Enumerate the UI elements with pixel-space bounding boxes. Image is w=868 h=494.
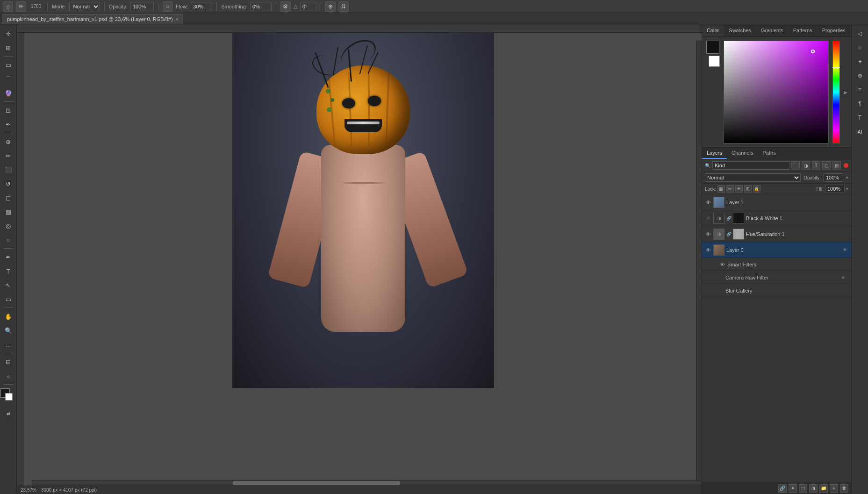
quick-actions-icon[interactable]: ⬦ <box>2 369 15 382</box>
delete-layer-btn[interactable]: 🗑 <box>840 484 848 493</box>
lock-all-btn[interactable]: 🔒 <box>753 185 760 193</box>
pen-pressure-icon[interactable]: ⊕ <box>325 1 336 12</box>
marquee-tool-icon[interactable]: ▭ <box>2 58 15 72</box>
scrollbar-thumb-h[interactable] <box>233 481 400 485</box>
tab-swatches[interactable]: Swatches <box>724 25 756 36</box>
new-adjustment-layer-btn[interactable]: ◑ <box>809 484 818 493</box>
canvas-content[interactable] <box>24 33 702 486</box>
tab-patterns[interactable]: Patterns <box>789 25 818 36</box>
mode-dropdown[interactable]: Normal <box>69 2 100 11</box>
fill-layers-input[interactable] <box>825 185 845 193</box>
tab-paths[interactable]: Paths <box>758 148 781 159</box>
blur-gallery-item[interactable]: Blur Gallery <box>702 284 851 297</box>
lasso-tool-icon[interactable]: ⌒ <box>2 72 15 86</box>
symmetry-icon[interactable]: ⇅ <box>338 1 349 12</box>
smart-filters-vis-icon[interactable]: 👁 <box>719 261 725 268</box>
fg-color-swatch[interactable] <box>706 41 719 54</box>
blend-mode-select[interactable]: Normal <box>705 173 801 182</box>
rmt-expand-icon[interactable]: ◁ <box>854 27 867 40</box>
angle-input[interactable] <box>300 2 316 11</box>
bw1-visibility-icon[interactable]: 👁 <box>705 215 711 222</box>
canvas-scrollbar-horizontal[interactable] <box>32 480 702 486</box>
blur-icon[interactable]: ◎ <box>2 219 15 232</box>
tab-color[interactable]: Color <box>702 25 724 36</box>
add-layer-style-btn[interactable]: ✦ <box>789 484 797 493</box>
eraser-icon[interactable]: ◻ <box>2 191 15 204</box>
opacity-layers-input[interactable] <box>824 173 843 182</box>
opacity-input[interactable] <box>130 2 154 11</box>
tab-close-button[interactable]: × <box>176 17 179 22</box>
rmt-list-icon[interactable]: ≡ <box>854 83 867 96</box>
expand-arrow-icon[interactable]: ▶ <box>844 90 847 95</box>
layer-type-adjustment-icon[interactable]: ◑ <box>802 161 810 170</box>
brush-icon[interactable]: ✏ <box>2 149 15 162</box>
rmt-sparkle-icon[interactable]: ✦ <box>854 55 867 68</box>
flow-input[interactable] <box>191 2 212 11</box>
layer1-visibility-icon[interactable]: 👁 <box>705 199 711 206</box>
tab-layers[interactable]: Layers <box>702 148 727 159</box>
path-select-icon[interactable]: ↖ <box>2 279 15 292</box>
lock-artboard-btn[interactable]: ⊞ <box>744 185 752 193</box>
layer-item-bw1[interactable]: 👁 ◑ 🔗 Black & White 1 <box>702 210 851 226</box>
canvas-scrollbar-vertical[interactable] <box>696 40 702 480</box>
hand-tool-icon[interactable]: ✋ <box>2 310 15 323</box>
zoom-tool-icon[interactable]: 🔍 <box>2 324 15 337</box>
hue-bar[interactable] <box>832 41 840 143</box>
layer-type-shape-icon[interactable]: ⬡ <box>822 161 831 170</box>
eyedropper-icon[interactable]: ✒ <box>2 118 15 131</box>
rmt-plus-icon[interactable]: ⊕ <box>854 69 867 82</box>
layer-item-huesat1[interactable]: 👁 ◑ 🔗 Hue/Saturation 1 <box>702 226 851 242</box>
move-tool-icon[interactable]: ✛ <box>2 27 15 40</box>
document-tab[interactable]: pumpkinhead_by_steffen_hartmann_v1.psd @… <box>2 14 183 24</box>
airbrush-icon[interactable]: ○ <box>163 1 173 12</box>
huesat1-visibility-icon[interactable]: 👁 <box>705 231 711 237</box>
opacity-dropdown-arrow[interactable]: ▾ <box>846 175 848 180</box>
color-saturation-box[interactable] <box>724 41 829 143</box>
new-layer-btn[interactable]: + <box>830 484 838 493</box>
clone-stamp-icon[interactable]: ⬛ <box>2 163 15 176</box>
bg-color-swatch[interactable] <box>709 56 720 67</box>
brush-tool-icon[interactable]: ✏ <box>16 1 26 12</box>
lock-pixels-btn[interactable]: ✏ <box>726 185 734 193</box>
layers-filter-input[interactable] <box>712 161 789 170</box>
history-brush-icon[interactable]: ↺ <box>2 177 15 190</box>
rmt-star-icon[interactable]: ☆ <box>854 41 867 54</box>
healing-brush-icon[interactable]: ⊕ <box>2 135 15 148</box>
quick-select-icon[interactable]: 🔮 <box>2 86 15 100</box>
home-icon[interactable]: ⌂ <box>3 1 13 12</box>
new-group-btn[interactable]: 📁 <box>819 484 828 493</box>
fg-bg-colors[interactable] <box>0 388 16 404</box>
lock-transparent-btn[interactable]: ▦ <box>717 185 725 193</box>
pen-tool-icon[interactable]: ✒ <box>2 251 15 264</box>
layer-item-layer1[interactable]: 👁 Layer 1 <box>702 194 851 210</box>
gradient-icon[interactable]: ▦ <box>2 205 15 218</box>
lock-position-btn[interactable]: ✛ <box>735 185 743 193</box>
bw1-link-icon[interactable]: 🔗 <box>726 216 731 221</box>
artboard-icon[interactable]: ⊞ <box>2 41 15 54</box>
rmt-ai-icon[interactable]: AI <box>854 125 867 138</box>
rmt-type-icon[interactable]: T <box>854 111 867 124</box>
layer-type-smart-icon[interactable]: ⊞ <box>832 161 841 170</box>
huesat1-link-icon[interactable]: 🔗 <box>726 232 731 236</box>
more-tools-icon[interactable]: … <box>2 338 15 351</box>
shape-tool-icon[interactable]: ▭ <box>2 293 15 306</box>
tab-channels[interactable]: Channels <box>727 148 758 159</box>
tab-properties[interactable]: Properties <box>818 25 851 36</box>
smoothing-input[interactable] <box>250 2 272 11</box>
link-layers-btn[interactable]: 🔗 <box>778 484 787 493</box>
settings-icon[interactable]: ⚙ <box>280 1 291 12</box>
crop-tool-icon[interactable]: ⊡ <box>2 104 15 117</box>
layer-type-text-icon[interactable]: T <box>812 161 820 170</box>
layer-item-layer0[interactable]: 👁 Layer 0 👁 <box>702 242 851 258</box>
dodge-icon[interactable]: ○ <box>2 233 15 246</box>
tab-gradients[interactable]: Gradients <box>756 25 789 36</box>
layer0-visibility-icon[interactable]: 👁 <box>705 247 711 253</box>
layer-type-pixel-icon[interactable]: ⬛ <box>791 161 800 170</box>
rmt-paragraph-icon[interactable]: ¶ <box>854 97 867 110</box>
fill-dropdown-arrow[interactable]: ▾ <box>846 186 848 191</box>
switch-colors-icon[interactable]: ⇄ <box>2 407 15 420</box>
add-layer-mask-btn[interactable]: ◻ <box>799 484 807 493</box>
smart-filters-folder[interactable]: 👁 Smart Filters <box>702 258 851 271</box>
toggle-panels-icon[interactable]: ⊟ <box>2 355 15 368</box>
background-color[interactable] <box>5 393 13 401</box>
